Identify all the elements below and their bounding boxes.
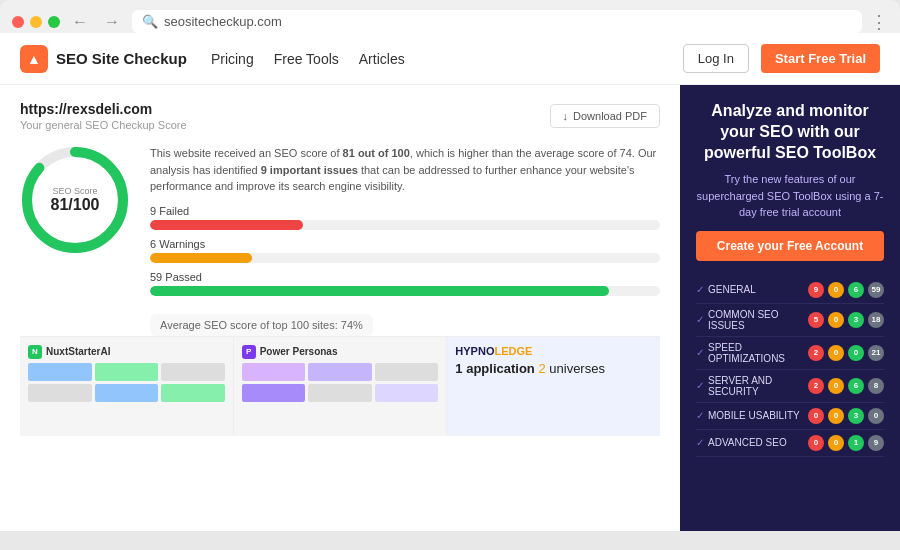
score-highlight: 81 out of 100 xyxy=(343,147,410,159)
passed-badge: 3 xyxy=(848,408,864,424)
warning-badge: 0 xyxy=(828,312,844,328)
traffic-lights xyxy=(12,16,60,28)
thumb-cell xyxy=(375,384,439,402)
category-name: SERVER AND SECURITY xyxy=(708,375,804,397)
logo-icon: ▲ xyxy=(20,45,48,73)
nav-link-free-tools[interactable]: Free Tools xyxy=(274,51,339,67)
trial-button[interactable]: Start Free Trial xyxy=(761,44,880,73)
nuxt-icon: N xyxy=(28,345,42,359)
issues-highlight: 9 important issues xyxy=(261,164,358,176)
score-section: SEO Score 81/100 This website received a… xyxy=(20,145,660,336)
thumb-cell xyxy=(28,384,92,402)
nav-actions: Log In Start Free Trial xyxy=(683,44,880,73)
login-button[interactable]: Log In xyxy=(683,44,749,73)
check-icon: ✓ xyxy=(696,284,704,295)
power-title: Power Personas xyxy=(260,346,338,357)
category-name: SPEED OPTIMIZATIONS xyxy=(708,342,804,364)
minimize-button[interactable] xyxy=(30,16,42,28)
category-name: ADVANCED SEO xyxy=(708,437,804,448)
promo-box: Analyze and monitor your SEO with our po… xyxy=(696,101,884,261)
warning-badge: 0 xyxy=(828,345,844,361)
score-details: This website received an SEO score of 81… xyxy=(150,145,660,336)
thumb-header-nuxt: N NuxtStarterAI xyxy=(28,345,225,359)
failed-badge: 5 xyxy=(808,312,824,328)
total-badge: 9 xyxy=(868,435,884,451)
passed-badge: 6 xyxy=(848,378,864,394)
failed-badge: 9 xyxy=(808,282,824,298)
check-icon: ✓ xyxy=(696,380,704,391)
warnings-metric: 6 Warnings xyxy=(150,238,660,263)
category-row-advanced: ✓ ADVANCED SEO 0 0 1 9 xyxy=(696,430,884,457)
check-icon: ✓ xyxy=(696,314,704,325)
site-info: https://rexsdeli.com Your general SEO Ch… xyxy=(20,101,187,131)
thumb-cell xyxy=(242,363,306,381)
donut-title: SEO Score xyxy=(51,186,100,196)
category-name: GENERAL xyxy=(708,284,804,295)
warnings-label: 6 Warnings xyxy=(150,238,660,250)
power-icon: P xyxy=(242,345,256,359)
thumb-header-hypno: HYPNOLEDGE xyxy=(455,345,652,357)
failed-badge: 2 xyxy=(808,378,824,394)
check-icon: ✓ xyxy=(696,347,704,358)
browser-chrome: ← → 🔍 ⋮ xyxy=(0,0,900,33)
site-logo: ▲ SEO Site Checkup xyxy=(20,45,187,73)
passed-metric: 59 Passed xyxy=(150,271,660,296)
nav-link-articles[interactable]: Articles xyxy=(359,51,405,67)
download-icon: ↓ xyxy=(563,110,569,122)
thumb-cell xyxy=(308,384,372,402)
nuxt-title: NuxtStarterAI xyxy=(46,346,110,357)
category-row-speed: ✓ SPEED OPTIMIZATIONS 2 0 0 21 xyxy=(696,337,884,370)
thumbnail-power: P Power Personas xyxy=(234,337,448,436)
maximize-button[interactable] xyxy=(48,16,60,28)
failed-metric: 9 Failed xyxy=(150,205,660,230)
thumb-cell xyxy=(95,384,159,402)
failed-bar-track xyxy=(150,220,660,230)
total-badge: 0 xyxy=(868,408,884,424)
thumb-cell xyxy=(375,363,439,381)
donut-score: 81/100 xyxy=(51,196,100,214)
create-account-button[interactable]: Create your Free Account xyxy=(696,231,884,261)
category-row-general: ✓ GENERAL 9 0 6 59 xyxy=(696,277,884,304)
warning-badge: 0 xyxy=(828,408,844,424)
warning-badge: 0 xyxy=(828,282,844,298)
thumb-header-power: P Power Personas xyxy=(242,345,439,359)
thumb-cell xyxy=(161,363,225,381)
browser-menu-button[interactable]: ⋮ xyxy=(870,11,888,33)
category-table: ✓ GENERAL 9 0 6 59 ✓ COMMON SEO ISSUES 5… xyxy=(696,277,884,457)
close-button[interactable] xyxy=(12,16,24,28)
total-badge: 21 xyxy=(868,345,884,361)
nav-links: Pricing Free Tools Articles xyxy=(211,51,683,67)
thumb-cell xyxy=(308,363,372,381)
right-panel: Analyze and monitor your SEO with our po… xyxy=(680,85,900,531)
failed-badge: 0 xyxy=(808,435,824,451)
page-content: ▲ SEO Site Checkup Pricing Free Tools Ar… xyxy=(0,33,900,531)
forward-button[interactable]: → xyxy=(100,11,124,33)
check-icon: ✓ xyxy=(696,410,704,421)
total-badge: 8 xyxy=(868,378,884,394)
category-row-common-seo: ✓ COMMON SEO ISSUES 5 0 3 18 xyxy=(696,304,884,337)
failed-badge: 2 xyxy=(808,345,824,361)
total-badge: 18 xyxy=(868,312,884,328)
thumbnail-nuxt: N NuxtStarterAI xyxy=(20,337,234,436)
logo-text: SEO Site Checkup xyxy=(56,50,187,67)
check-icon: ✓ xyxy=(696,437,704,448)
address-input[interactable] xyxy=(164,14,852,29)
passed-badge: 0 xyxy=(848,345,864,361)
power-preview xyxy=(242,363,439,402)
failed-label: 9 Failed xyxy=(150,205,660,217)
donut-label: SEO Score 81/100 xyxy=(51,186,100,214)
download-pdf-button[interactable]: ↓ Download PDF xyxy=(550,104,660,128)
passed-bar-track xyxy=(150,286,660,296)
warnings-bar-fill xyxy=(150,253,252,263)
nav-link-pricing[interactable]: Pricing xyxy=(211,51,254,67)
left-panel: https://rexsdeli.com Your general SEO Ch… xyxy=(0,85,680,531)
passed-badge: 3 xyxy=(848,312,864,328)
category-row-mobile: ✓ MOBILE USABILITY 0 0 3 0 xyxy=(696,403,884,430)
category-row-server: ✓ SERVER AND SECURITY 2 0 6 8 xyxy=(696,370,884,403)
passed-bar-fill xyxy=(150,286,609,296)
back-button[interactable]: ← xyxy=(68,11,92,33)
thumb-cell xyxy=(161,384,225,402)
thumbnails-row: N NuxtStarterAI P Power xyxy=(20,336,660,436)
thumb-cell xyxy=(95,363,159,381)
address-bar[interactable]: 🔍 xyxy=(132,10,862,33)
